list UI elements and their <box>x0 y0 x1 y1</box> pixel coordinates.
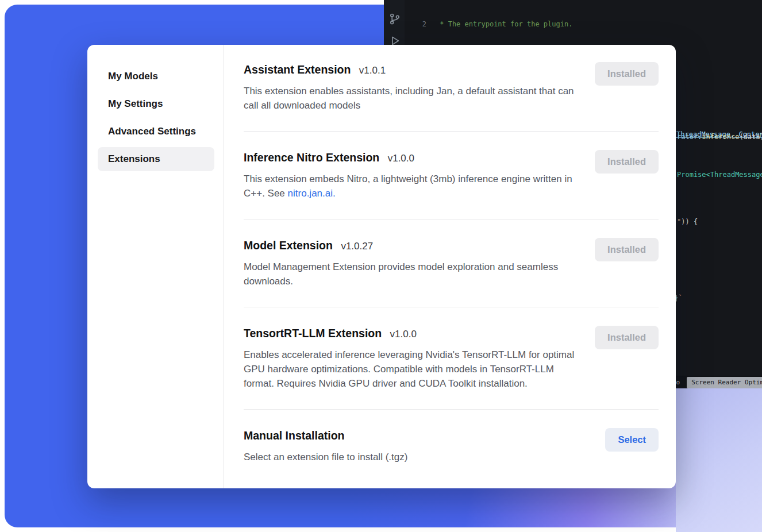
extension-name: Model Extension <box>244 239 333 252</box>
sidebar-item-my-settings[interactable]: My Settings <box>98 92 214 116</box>
nitro-jan-ai-link[interactable]: nitro.jan.ai. <box>288 188 336 199</box>
description-text: Select an extension file to install (.tg… <box>244 452 407 462</box>
code-token: Promise<ThreadMessage> <box>677 171 762 179</box>
code-token: ` <box>678 294 682 302</box>
extension-name: TensortRT-LLM Extension <box>244 327 382 340</box>
select-file-button[interactable]: Select <box>605 428 659 452</box>
extension-version: v1.0.27 <box>341 241 373 252</box>
settings-sidebar: My Models My Settings Advanced Settings … <box>87 45 224 488</box>
extension-title-line: Manual Installation <box>244 428 407 444</box>
extension-row-inference-nitro: Inference Nitro Extension v1.0.0 This ex… <box>244 150 659 201</box>
divider <box>244 307 659 307</box>
extension-info: Inference Nitro Extension v1.0.0 This ex… <box>244 150 580 201</box>
desktop-wallpaper-corner <box>676 388 762 532</box>
extension-title-line: TensortRT-LLM Extension v1.0.0 <box>244 326 580 342</box>
code-token: )) { <box>681 218 698 226</box>
extension-row-tensorrt-llm: TensortRT-LLM Extension v1.0.0 Enables a… <box>244 326 659 391</box>
extension-description: Enables accelerated inference leveraging… <box>244 348 580 391</box>
sidebar-item-extensions[interactable]: Extensions <box>98 147 214 171</box>
divider <box>244 219 659 219</box>
extension-info: TensortRT-LLM Extension v1.0.0 Enables a… <box>244 326 580 391</box>
code-fragment: rator.inference(data)); <box>677 132 762 141</box>
description-text: Enables accelerated inference leveraging… <box>244 349 574 389</box>
description-text: Model Management Extension provides mode… <box>244 261 558 287</box>
settings-modal: My Models My Settings Advanced Settings … <box>87 45 676 488</box>
sidebar-item-advanced-settings[interactable]: Advanced Settings <box>98 119 214 144</box>
description-text: This extension enables assistants, inclu… <box>244 86 574 111</box>
extension-row-assistant: Assistant Extension v1.0.1 This extensio… <box>244 62 659 113</box>
manual-installation-title: Manual Installation <box>244 429 345 442</box>
source-control-icon[interactable] <box>388 13 401 25</box>
extension-version: v1.0.1 <box>359 65 386 76</box>
code-token: inference <box>702 133 739 141</box>
extension-version: v1.0.0 <box>388 153 414 164</box>
extension-title-line: Inference Nitro Extension v1.0.0 <box>244 150 580 166</box>
code-token: (data)); <box>739 133 762 141</box>
divider <box>244 409 659 410</box>
extension-title-line: Assistant Extension v1.0.1 <box>244 62 580 78</box>
extension-info: Manual Installation Select an extension … <box>244 428 407 464</box>
installed-button[interactable]: Installed <box>595 150 659 174</box>
code-line: 2 * The entrypoint for the plugin. <box>405 20 762 29</box>
extension-description: This extension enables assistants, inclu… <box>244 84 580 113</box>
installed-button[interactable]: Installed <box>595 238 659 261</box>
installed-button[interactable]: Installed <box>595 326 659 349</box>
extension-description: Model Management Extension provides mode… <box>244 260 580 288</box>
line-number: 2 <box>405 20 426 29</box>
extension-title-line: Model Extension v1.0.27 <box>244 238 580 254</box>
manual-installation-row: Manual Installation Select an extension … <box>244 428 659 464</box>
sidebar-item-my-models[interactable]: My Models <box>98 64 214 88</box>
code-token: * The entrypoint for the plugin. <box>426 20 572 29</box>
code-fragment: ")) { <box>677 217 698 226</box>
extension-row-model: Model Extension v1.0.27 Model Management… <box>244 238 659 288</box>
manual-installation-description: Select an extension file to install (.tg… <box>244 450 407 464</box>
divider <box>244 131 659 132</box>
extensions-list: Assistant Extension v1.0.1 This extensio… <box>224 45 676 488</box>
extension-version: v1.0.0 <box>390 329 417 340</box>
screen-reader-chip[interactable]: Screen Reader Optimize <box>687 377 762 388</box>
installed-button[interactable]: Installed <box>595 62 659 86</box>
code-fragment: Promise<ThreadMessage> <box>677 170 762 179</box>
extension-info: Model Extension v1.0.27 Model Management… <box>244 238 580 288</box>
extension-name: Inference Nitro Extension <box>244 151 379 164</box>
extension-description: This extension embeds Nitro, a lightweig… <box>244 172 580 201</box>
extension-name: Assistant Extension <box>244 63 351 76</box>
code-token: rator. <box>677 133 702 141</box>
extension-info: Assistant Extension v1.0.1 This extensio… <box>244 62 580 113</box>
